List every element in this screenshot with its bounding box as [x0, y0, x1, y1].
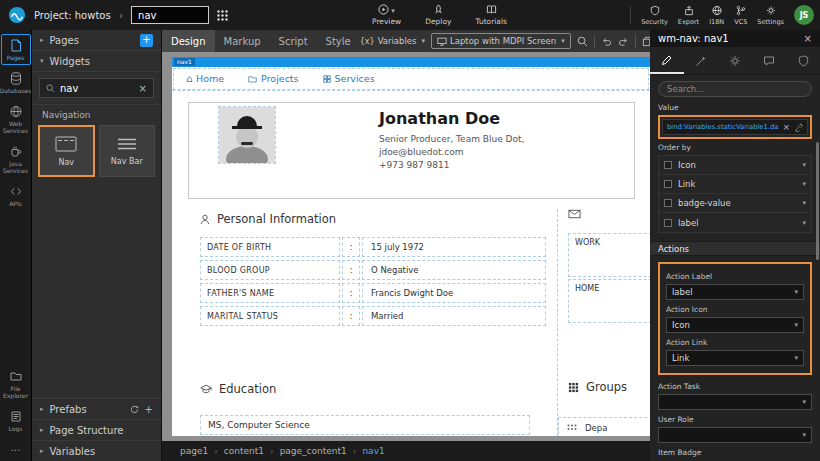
clear-search-icon[interactable]: × — [139, 83, 147, 94]
sidebar-section-page-structure[interactable]: ▸ Page Structure — [32, 419, 161, 440]
page-preview[interactable]: nav1 ⌂ Home Projects — [172, 57, 650, 436]
education-item[interactable]: MS, Computer Science — [200, 415, 530, 435]
sidebar-section-variables[interactable]: ▸ Variables — [32, 440, 161, 461]
apps-grid-icon[interactable] — [217, 10, 228, 21]
clear-binding-icon[interactable]: × — [782, 122, 790, 132]
profile-email[interactable]: jdoe@bluedot.com — [379, 146, 524, 159]
address-cell-home[interactable]: HOME — [568, 279, 650, 323]
personal-info-table[interactable]: DATE OF BIRTH : 15 july 1972 BLOOD GROUP… — [200, 237, 546, 326]
add-page-button[interactable]: + — [140, 34, 153, 47]
sidebar-section-widgets[interactable]: ▾ Widgets — [32, 51, 161, 72]
redo-icon[interactable] — [618, 36, 629, 47]
tab-events[interactable] — [718, 47, 752, 74]
tab-design[interactable]: Design — [162, 30, 215, 52]
close-icon[interactable]: × — [804, 33, 812, 44]
profile-name[interactable]: Jonathan Doe — [379, 109, 524, 128]
nav-link-home[interactable]: ⌂ Home — [186, 73, 224, 84]
breadcrumb-item-page-content1[interactable]: page_content1 — [280, 446, 347, 456]
groups-item[interactable]: Depa — [558, 417, 650, 436]
rail-item-apis[interactable]: APIs — [1, 180, 31, 211]
tab-markup[interactable]: Markup — [215, 30, 270, 52]
order-by-row-label[interactable]: label ▾ — [659, 213, 811, 232]
design-canvas[interactable]: nav1 ⌂ Home Projects — [162, 52, 650, 441]
table-row[interactable]: DATE OF BIRTH : 15 july 1972 — [200, 237, 546, 257]
tab-style[interactable]: Style — [317, 30, 360, 52]
address-cell-work[interactable]: WORK — [568, 233, 650, 277]
checkbox[interactable] — [664, 161, 672, 169]
coffee-cup-icon — [10, 145, 22, 158]
personal-info-section[interactable]: Personal Information DATE OF BIRTH : 15 … — [200, 209, 546, 329]
tab-script[interactable]: Script — [270, 30, 317, 52]
breadcrumb-item-page1[interactable]: page1 — [180, 446, 208, 456]
undo-icon[interactable] — [601, 36, 612, 47]
profile-photo[interactable] — [219, 107, 275, 163]
nav-link-projects[interactable]: Projects — [248, 73, 298, 84]
action-task-select[interactable]: ▾ — [658, 394, 812, 410]
refresh-icon[interactable] — [130, 405, 139, 414]
profile-phone[interactable]: +973 987 9811 — [379, 159, 524, 172]
sidebar-section-pages[interactable]: ▸ Pages + — [32, 30, 161, 51]
page-selector-input[interactable] — [131, 6, 209, 24]
rail-item-pages[interactable]: Pages — [1, 34, 31, 65]
action-link-select[interactable]: Link ▾ — [666, 350, 804, 366]
checkbox[interactable] — [664, 199, 672, 207]
action-label-select[interactable]: label ▾ — [666, 284, 804, 300]
checkbox[interactable] — [664, 180, 672, 188]
education-section[interactable]: Education MS, Computer Science — [200, 379, 546, 435]
breadcrumb-item-content1[interactable]: content1 — [224, 446, 264, 456]
caret-down-icon[interactable]: ▾ — [802, 199, 806, 207]
widget-search-input[interactable] — [60, 83, 134, 94]
breadcrumb-item-nav1[interactable]: nav1 — [362, 446, 384, 456]
tutorials-menu[interactable]: Tutorials — [475, 4, 506, 26]
rail-item-file-explorer[interactable]: File Explorer — [1, 365, 31, 403]
caret-down-icon[interactable]: ▾ — [802, 161, 806, 169]
property-search-input[interactable] — [667, 84, 803, 94]
preview-menu[interactable]: ▾ Preview — [372, 4, 401, 26]
sidebar-section-prefabs[interactable]: ▸ Prefabs + — [32, 398, 161, 419]
profile-panel-widget[interactable]: Jonathan Doe Senior Producer, Team Blue … — [188, 102, 635, 199]
more-options-icon[interactable]: … — [11, 438, 21, 457]
value-binding-highlight: bind:Variables.staticVariable1.dataSet × — [658, 115, 812, 139]
nav-link-services[interactable]: Services — [323, 73, 375, 84]
vcs-menu[interactable]: VCS — [734, 5, 747, 26]
order-by-row-badge-value[interactable]: badge-value ▾ — [659, 194, 811, 213]
caret-down-icon[interactable]: ▾ — [802, 219, 806, 227]
export-menu[interactable]: Export — [678, 5, 699, 26]
checkbox[interactable] — [664, 219, 672, 227]
settings-menu[interactable]: Settings — [757, 5, 784, 26]
variables-dropdown[interactable]: {x} Variables ▾ — [360, 36, 425, 46]
i18n-menu[interactable]: I18N — [709, 5, 724, 26]
user-role-select[interactable]: ▾ — [658, 427, 812, 443]
nav-widget[interactable]: ⌂ Home Projects Services — [172, 67, 650, 91]
order-by-row-icon[interactable]: Icon ▾ — [659, 156, 811, 175]
selected-nav-widget[interactable]: nav1 — [172, 57, 650, 67]
value-binding-field[interactable]: bind:Variables.staticVariable1.dataSet × — [662, 119, 808, 135]
rail-item-java-services[interactable]: Java Services — [1, 140, 31, 178]
table-row[interactable]: FATHER'S NAME : Francis Dwight Doe — [200, 283, 546, 303]
device-dropdown[interactable]: Laptop with MDPI Screen ▾ — [431, 33, 571, 49]
tab-security[interactable] — [786, 47, 820, 74]
rail-item-logs[interactable]: Logs — [1, 405, 31, 436]
groups-section-heading[interactable]: Groups — [558, 380, 627, 394]
user-avatar[interactable]: JS — [794, 5, 814, 25]
bind-link-icon[interactable] — [794, 123, 803, 132]
widget-card-nav-bar[interactable]: Nav Bar — [99, 125, 155, 177]
table-row[interactable]: MARITAL STATUS : Married — [200, 306, 546, 326]
caret-down-icon[interactable]: ▾ — [802, 180, 806, 188]
table-row[interactable]: BLOOD GROUP : O Negative — [200, 260, 546, 280]
rail-item-databases[interactable]: Databases — [1, 67, 31, 98]
add-prefab-icon[interactable]: + — [145, 404, 153, 415]
tab-comments[interactable] — [752, 47, 786, 74]
address-column[interactable]: WORK HOME Groups Depa — [557, 209, 650, 436]
action-icon-select[interactable]: Icon ▾ — [666, 317, 804, 333]
tab-styles[interactable] — [684, 47, 718, 74]
widget-card-nav[interactable]: Nav — [38, 125, 95, 177]
zoom-icon[interactable] — [577, 36, 588, 47]
order-by-row-link[interactable]: Link ▾ — [659, 175, 811, 194]
scrollbar[interactable] — [816, 142, 819, 260]
tab-properties[interactable] — [650, 47, 684, 74]
security-menu[interactable]: Security — [641, 5, 668, 26]
profile-title[interactable]: Senior Producer, Team Blue Dot, — [379, 133, 524, 146]
rail-item-web-services[interactable]: Web Services — [1, 100, 31, 138]
deploy-menu[interactable]: Deploy — [425, 4, 451, 26]
